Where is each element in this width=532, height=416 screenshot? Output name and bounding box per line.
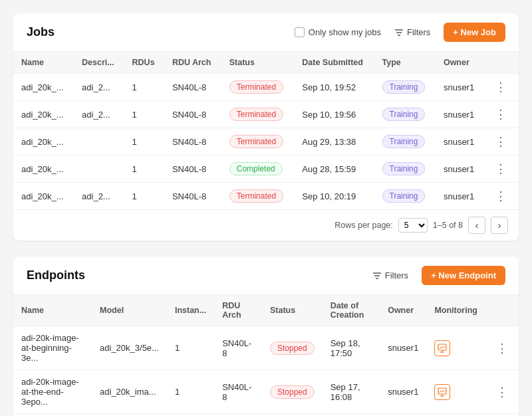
jobs-pagination: Rows per page: 5 10 25 1–5 of 8 ‹ › <box>13 209 519 241</box>
job-owner: snuser1 <box>436 101 484 128</box>
job-status: Completed <box>221 156 295 183</box>
job-rdus: 1 <box>124 101 164 128</box>
ep-col-instances: Instan... <box>167 295 214 326</box>
ep-more-button[interactable]: ⋮ <box>493 386 511 398</box>
ep-owner: snuser1 <box>380 370 426 414</box>
job-owner: snuser1 <box>436 128 484 156</box>
jobs-table-header-row: Name Descri... RDUs RDU Arch Status Date… <box>13 52 519 74</box>
job-arch: SN40L-8 <box>164 156 221 183</box>
job-desc: adi_2... <box>74 101 124 128</box>
ep-more-button[interactable]: ⋮ <box>493 342 511 354</box>
col-name: Name <box>13 52 74 74</box>
job-status: Terminated <box>221 128 295 156</box>
ep-more[interactable]: ⋮ <box>485 326 519 370</box>
job-arch: SN40L-8 <box>164 128 221 156</box>
job-arch: SN40L-8 <box>164 101 221 128</box>
ep-more[interactable]: ⋮ <box>485 414 519 417</box>
ep-status: Stopped <box>262 326 323 370</box>
ep-date: Sep 18, 17:50 <box>323 326 380 370</box>
job-more[interactable]: ⋮ <box>484 183 519 210</box>
ep-col-date: Date of Creation <box>323 295 380 326</box>
ep-arch: SN40L-8 <box>214 370 262 414</box>
job-arch: SN40L-8 <box>164 74 221 101</box>
job-more[interactable]: ⋮ <box>484 74 519 101</box>
job-name: adi_20k_... <box>13 156 74 183</box>
col-actions <box>484 52 519 74</box>
job-more-button[interactable]: ⋮ <box>492 81 509 93</box>
job-rdus: 1 <box>124 183 164 210</box>
ep-status: Stopped <box>262 370 323 414</box>
job-date: Aug 28, 15:59 <box>294 156 374 183</box>
ep-owner: snuser1 <box>380 414 426 417</box>
ep-model: adi_20k_3/5e... <box>92 326 167 370</box>
job-arch: SN40L-8 <box>164 183 221 210</box>
job-type: Training <box>374 156 436 183</box>
jobs-next-page-button[interactable]: › <box>491 217 508 234</box>
job-more[interactable]: ⋮ <box>484 101 519 128</box>
job-more-button[interactable]: ⋮ <box>492 163 509 175</box>
jobs-title: Jobs <box>27 25 55 39</box>
ep-monitoring[interactable] <box>426 370 485 414</box>
endpoints-title: Endpoints <box>27 268 85 282</box>
new-job-button[interactable]: + New Job <box>444 23 505 42</box>
job-more[interactable]: ⋮ <box>484 128 519 156</box>
monitoring-icon[interactable] <box>434 340 450 356</box>
job-date: Aug 29, 13:38 <box>294 128 374 156</box>
ep-status: Stopped <box>262 414 323 417</box>
ep-date: Sep 17, 16:06 <box>323 414 380 417</box>
ep-monitoring[interactable] <box>426 414 485 417</box>
job-desc <box>74 156 124 183</box>
job-status: Terminated <box>221 101 295 128</box>
ep-col-monitoring: Monitoring <box>426 295 485 326</box>
job-desc <box>74 128 124 156</box>
job-owner: snuser1 <box>436 156 484 183</box>
job-name: adi_20k_... <box>13 101 74 128</box>
ep-monitoring[interactable] <box>426 326 485 370</box>
filter-icon <box>372 272 382 280</box>
ep-name: adi-20k-image-at-the-end-3epo... <box>13 370 92 414</box>
job-date: Sep 10, 19:52 <box>294 74 374 101</box>
job-more-button[interactable]: ⋮ <box>492 190 509 202</box>
endpoints-table: Name Model Instan... RDU Arch Status Dat… <box>13 294 519 416</box>
job-more-button[interactable]: ⋮ <box>492 108 509 120</box>
job-owner: snuser1 <box>436 74 484 101</box>
col-rdu-arch: RDU Arch <box>164 52 221 74</box>
jobs-prev-page-button[interactable]: ‹ <box>468 217 485 234</box>
jobs-rows-per-page-label: Rows per page: <box>334 221 393 230</box>
ep-inst: 1 <box>167 326 214 370</box>
table-row: adi-20k-image-at-beginning-3e... adi_20k… <box>13 326 519 370</box>
monitoring-icon[interactable] <box>434 384 450 400</box>
only-show-my-jobs-checkbox[interactable] <box>295 27 305 37</box>
endpoints-table-header-row: Name Model Instan... RDU Arch Status Dat… <box>13 295 519 326</box>
job-more[interactable]: ⋮ <box>484 156 519 183</box>
jobs-table: Name Descri... RDUs RDU Arch Status Date… <box>13 51 519 209</box>
ep-date: Sep 17, 16:08 <box>323 370 380 414</box>
ep-inst: 1 <box>167 370 214 414</box>
ep-model: adi_20k_30×... <box>92 414 167 417</box>
col-desc: Descri... <box>74 52 124 74</box>
ep-arch: SN40L-8 <box>214 326 262 370</box>
ep-owner: snuser1 <box>380 326 426 370</box>
table-row: adi_20k_... 1 SN40L-8 Terminated Aug 29,… <box>13 128 519 156</box>
ep-model: adi_20k_ima... <box>92 370 167 414</box>
job-more-button[interactable]: ⋮ <box>492 136 509 148</box>
ep-col-owner: Owner <box>380 295 426 326</box>
ep-col-status: Status <box>262 295 323 326</box>
job-type: Training <box>374 101 436 128</box>
job-rdus: 1 <box>124 74 164 101</box>
job-name: adi_20k_... <box>13 74 74 101</box>
jobs-rows-per-page-select[interactable]: 5 10 25 <box>398 218 428 233</box>
col-date-submitted: Date Submitted <box>294 52 374 74</box>
endpoints-filters-button[interactable]: Filters <box>367 267 414 284</box>
jobs-filters-button[interactable]: Filters <box>389 24 436 41</box>
table-row: adi_20k_... adi_2... 1 SN40L-8 Terminate… <box>13 101 519 128</box>
ep-more[interactable]: ⋮ <box>485 370 519 414</box>
new-endpoint-button[interactable]: + New Endpoint <box>422 266 505 285</box>
ep-name: adi-20k-30×30-end-lr-0-2epoch... <box>13 414 92 417</box>
job-rdus: 1 <box>124 156 164 183</box>
job-owner: snuser1 <box>436 183 484 210</box>
job-desc: adi_2... <box>74 183 124 210</box>
only-show-my-jobs-label[interactable]: Only show my jobs <box>295 27 381 37</box>
table-row: adi-20k-30×30-end-lr-0-2epoch... adi_20k… <box>13 414 519 417</box>
ep-col-actions <box>485 295 519 326</box>
